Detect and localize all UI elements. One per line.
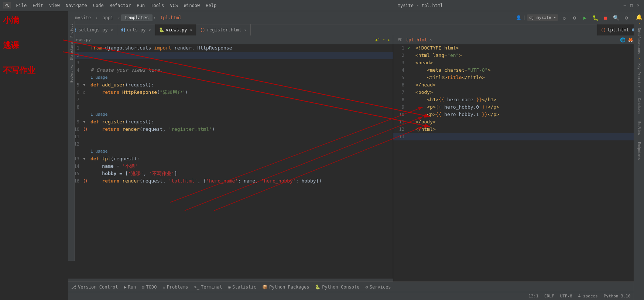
code-line-9: 9 ▼ def register(request): [68,118,393,126]
indent[interactable]: 4 spaces [578,294,598,299]
run-btn[interactable]: ▶ Run [124,284,136,290]
right-code-area[interactable]: 1 ✓ <!DOCTYPE html> 2 <html lang="en"> 3… [393,44,644,282]
left-sidebar: Project Structure Bookmarks [68,21,75,261]
close-urls[interactable]: × [149,28,151,32]
refresh-btn[interactable]: ↺ [560,13,569,22]
project-tab-templates[interactable]: templates [121,14,153,21]
terminal-btn[interactable]: >_ Terminal [194,284,222,290]
sidebar-label-sciview[interactable]: SciView [637,118,642,138]
menu-window[interactable]: Window [182,2,202,9]
right-sidebar: 🔔 Notifications Key Promoter X Database … [634,11,644,300]
menu-refactor[interactable]: Refactor [107,2,133,9]
console-icon: 🐍 [315,284,321,290]
statistic-icon: ◉ [228,284,231,290]
notifications-sidebar[interactable]: 🔔 [635,13,644,21]
right-line-9: 9 <p>{{ hero_hobby.0 }}</p> [393,103,644,111]
close-register[interactable]: × [244,28,247,32]
statistic-btn[interactable]: ◉ Statistic [228,284,256,290]
menu-run[interactable]: Run [134,2,147,9]
stop-btn[interactable]: ■ [601,13,610,22]
dj-icon-urls: dj [121,28,126,33]
project-tab-tpl[interactable]: tpl.html [157,14,185,21]
language[interactable]: Python 3.10 [604,294,631,299]
code-line-15: 15 hobby = ['逃课', '不写作业'] [68,170,393,177]
sidebar-label-project[interactable]: Project [69,21,74,40]
terminal-icon: >_ [194,284,199,290]
user-icon[interactable]: 👤 [516,15,521,20]
menu-tools[interactable]: Tools [148,2,166,9]
file-tab-settings-label: settings.py [78,27,107,33]
menu-help[interactable]: Help [203,2,219,9]
python-console-btn[interactable]: 🐍 Python Console [315,284,359,290]
menu-view[interactable]: View [47,2,62,9]
profile-selector[interactable]: dj mysite ▾ [527,14,558,21]
top-toolbar: mysite › app1 › templates › tpl.html 👤 |… [68,11,644,24]
html-icon-register: ⟨⟩ [200,27,205,33]
code-line-11: 11 [68,133,393,140]
run-icon: ▶ [124,284,126,290]
sidebar-label-endpoints[interactable]: Endpoints [637,139,642,163]
menu-navigate[interactable]: Navigate [64,2,89,9]
run-btn[interactable]: ▶ [580,13,589,22]
left-code-area[interactable]: 1 from django.shortcuts import render, H… [68,44,393,279]
menu-file[interactable]: File [14,2,29,9]
firefox-icon[interactable]: 🦊 [628,37,633,42]
file-tab-register[interactable]: ⟨⟩ register.html × [196,24,250,35]
run-label: Run [128,284,136,290]
file-tab-settings[interactable]: dj settings.py × [68,24,117,35]
chrome-icon[interactable]: 🌐 [620,37,626,42]
usage-hint-3: 1 usage [68,148,393,155]
maximize-button[interactable]: □ [628,3,634,8]
gear-btn[interactable]: ⚙ [570,13,579,22]
right-line-10: 10 <p>{{ hero_hobby.1 }}</p> [393,111,644,118]
problems-btn[interactable]: ⚠ Problems [162,284,188,290]
todo-label: TODO [146,284,157,290]
todo-btn[interactable]: ☑ TODO [142,284,157,290]
menu-vcs[interactable]: VCS [168,2,180,9]
right-editor-close[interactable]: × [429,37,432,42]
app-logo: PC [3,2,11,8]
code-line-7: 7 [68,96,393,103]
right-line-11: 11 </body> [393,118,644,126]
breadcrumb-sep-2: › [118,15,120,20]
sidebar-label-bookmarks[interactable]: Bookmarks [69,62,74,85]
minimize-button[interactable]: — [622,3,628,8]
code-line-12: 12 [68,140,393,148]
right-editor-header: PC tpl.html × 🌐 🦊 🌐 [393,35,644,44]
sidebar-label-database[interactable]: Database [637,95,642,117]
close-button[interactable]: ✕ [635,3,641,8]
bottom-toolbar: ⎇ Version Control ▶ Run ☑ TODO ⚠ Problem… [68,282,644,292]
search-btn[interactable]: 🔍 [612,13,620,22]
annotation-title: 小满 [3,15,19,26]
code-line-6: 6 ○ return HttpResponse("添加用户") [68,89,393,96]
services-btn[interactable]: ⚙ Services [366,284,391,290]
left-scrollbar-h[interactable] [68,279,393,282]
close-views[interactable]: × [190,28,192,32]
toolbar-sep: | [523,15,525,20]
project-tab-mysite[interactable]: mysite [71,14,95,21]
warning-indicator: ▲1 ↑ ↓ [375,37,390,42]
usage-hint-1: 1 usage [68,74,393,81]
code-line-10: 10 ⟨⟩ return render(request, 'register.h… [68,126,393,133]
packages-icon: 📦 [262,284,268,290]
right-line-2: 2 <html lang="en"> [393,52,644,59]
code-line-13: 13 ▼ def tpl(request): [68,155,393,163]
python-packages-btn[interactable]: 📦 Python Packages [262,284,309,290]
debug-btn[interactable]: 🐛 [591,13,600,22]
version-control-label: Version Control [78,284,118,290]
sidebar-label-structure[interactable]: Structure [69,40,74,62]
line-ending[interactable]: CRLF [544,294,554,299]
close-settings[interactable]: × [111,28,113,32]
file-tab-urls[interactable]: dj urls.py × [117,24,155,35]
version-control-btn[interactable]: ⎇ Version Control [71,284,118,290]
menu-code[interactable]: Code [91,2,106,9]
sidebar-label-key-promoter[interactable]: Key Promoter X [637,61,642,95]
settings-btn[interactable]: ⚙ [622,13,631,22]
menu-edit[interactable]: Edit [30,2,45,9]
encoding[interactable]: UTF-8 [560,294,572,299]
services-icon: ⚙ [366,284,368,290]
file-tab-views[interactable]: 🐍 views.py × [155,24,196,35]
sidebar-label-notifications[interactable]: Notifications [637,25,642,57]
code-line-2: 2 [68,52,393,59]
project-tab-app1[interactable]: app1 [99,14,117,21]
